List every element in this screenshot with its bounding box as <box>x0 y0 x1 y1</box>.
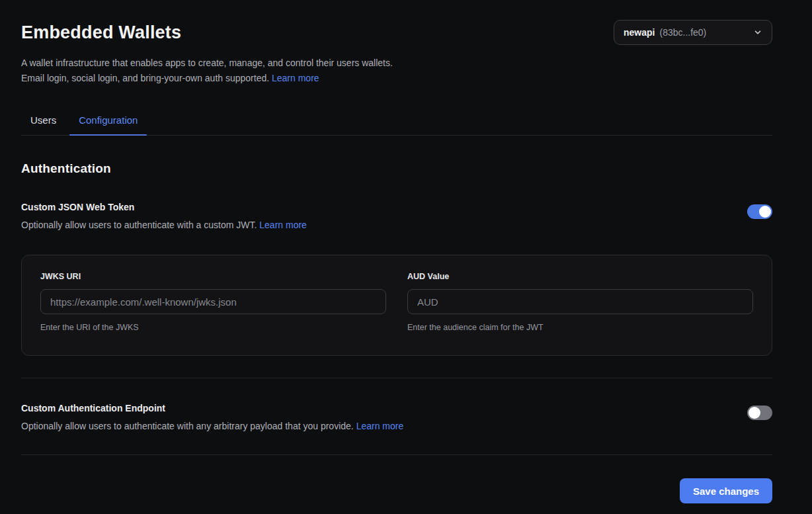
custom-jwt-label: Custom JSON Web Token <box>21 202 307 212</box>
page-header-text: Embedded Wallets A wallet infrastructure… <box>21 20 395 86</box>
custom-auth-endpoint-toggle[interactable] <box>747 406 772 420</box>
tab-users[interactable]: Users <box>30 114 56 135</box>
section-divider <box>21 378 772 378</box>
jwks-uri-helper: Enter the URI of the JWKS <box>40 323 386 332</box>
custom-auth-endpoint-text: Custom Authentication Endpoint Optionall… <box>21 403 403 431</box>
aud-value-input[interactable] <box>407 289 753 314</box>
chevron-down-icon <box>753 28 762 37</box>
custom-auth-endpoint-setting-row: Custom Authentication Endpoint Optionall… <box>21 403 772 431</box>
page-title: Embedded Wallets <box>21 22 395 43</box>
page-description: A wallet infrastructure that enables app… <box>21 56 395 86</box>
app-selector-id: (83bc...fe0) <box>659 27 706 38</box>
aud-value-field: AUD Value Enter the audience claim for t… <box>407 272 753 332</box>
custom-jwt-learn-more-link[interactable]: Learn more <box>259 220 307 230</box>
aud-value-label: AUD Value <box>407 272 753 281</box>
custom-auth-endpoint-learn-more-link[interactable]: Learn more <box>356 421 404 431</box>
tab-bar: Users Configuration <box>21 114 772 136</box>
jwt-config-card: JWKS URI Enter the URI of the JWKS AUD V… <box>21 255 772 356</box>
page-learn-more-link[interactable]: Learn more <box>272 73 319 83</box>
toggle-knob <box>759 206 771 218</box>
jwks-uri-field: JWKS URI Enter the URI of the JWKS <box>40 272 386 332</box>
custom-jwt-toggle[interactable] <box>747 204 772 219</box>
app-selector-name: newapi <box>624 27 655 38</box>
aud-value-helper: Enter the audience claim for the JWT <box>407 323 753 332</box>
save-changes-button[interactable]: Save changes <box>680 478 772 503</box>
tab-configuration[interactable]: Configuration <box>79 114 138 135</box>
embedded-wallets-page: Embedded Wallets A wallet infrastructure… <box>0 0 812 503</box>
jwks-uri-input[interactable] <box>40 289 386 314</box>
custom-jwt-description: Optionally allow users to authenticate w… <box>21 220 307 230</box>
custom-auth-endpoint-description-text: Optionally allow users to authenticate w… <box>21 421 354 431</box>
toggle-knob <box>749 407 760 419</box>
custom-auth-endpoint-description: Optionally allow users to authenticate w… <box>21 421 403 431</box>
custom-jwt-description-text: Optionally allow users to authenticate w… <box>21 220 257 230</box>
custom-auth-endpoint-label: Custom Authentication Endpoint <box>21 403 403 413</box>
page-description-text: A wallet infrastructure that enables app… <box>21 58 393 83</box>
custom-jwt-text: Custom JSON Web Token Optionally allow u… <box>21 202 307 230</box>
app-selector-dropdown[interactable]: newapi (83bc...fe0) <box>614 20 772 45</box>
page-header: Embedded Wallets A wallet infrastructure… <box>21 20 772 86</box>
custom-jwt-setting-row: Custom JSON Web Token Optionally allow u… <box>21 202 772 230</box>
footer-divider <box>21 454 772 455</box>
footer-actions: Save changes <box>21 478 772 503</box>
section-heading-authentication: Authentication <box>21 161 772 176</box>
jwks-uri-label: JWKS URI <box>40 272 386 281</box>
